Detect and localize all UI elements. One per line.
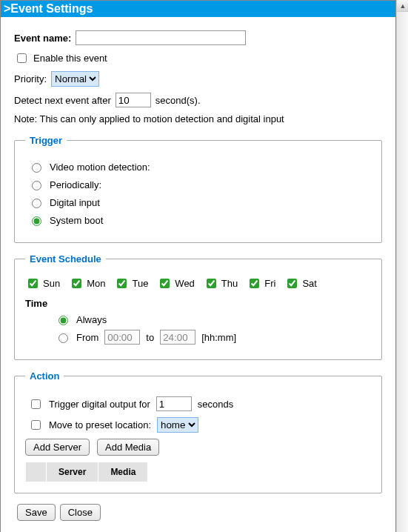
- trigger-digital-radio[interactable]: [32, 199, 41, 208]
- close-button[interactable]: Close: [60, 504, 101, 521]
- server-media-table: Server Media: [25, 462, 148, 482]
- move-preset-checkbox[interactable]: [31, 420, 41, 430]
- time-to-label: to: [146, 332, 154, 343]
- trigger-motion-radio[interactable]: [32, 163, 41, 173]
- table-media-header: Media: [98, 462, 148, 482]
- time-heading: Time: [25, 298, 371, 309]
- enable-event-checkbox[interactable]: [17, 53, 27, 63]
- day-thu-label: Thu: [221, 278, 238, 289]
- day-fri-label: Fri: [264, 278, 275, 289]
- trigger-motion-label: Video motion detection:: [50, 162, 150, 173]
- day-sun-checkbox[interactable]: [28, 279, 38, 288]
- schedule-fieldset: Event Schedule Sun Mon Tue Wed Thu Fri S…: [14, 253, 382, 360]
- trigger-legend: Trigger: [25, 135, 67, 146]
- day-sun-label: Sun: [43, 278, 60, 289]
- day-tue-checkbox[interactable]: [117, 279, 127, 288]
- trigger-periodic-radio[interactable]: [32, 181, 41, 190]
- preset-select[interactable]: home: [157, 417, 198, 433]
- day-wed-label: Wed: [175, 278, 195, 289]
- table-server-header: Server: [47, 462, 98, 482]
- add-server-button[interactable]: Add Server: [25, 439, 90, 456]
- day-thu-checkbox[interactable]: [207, 279, 216, 288]
- note-text: Note: This can only applied to motion de…: [14, 113, 284, 124]
- trigger-boot-radio[interactable]: [32, 216, 41, 226]
- title-bar: >Event Settings: [1, 1, 395, 17]
- detect-post-label: second(s).: [155, 95, 201, 106]
- priority-select[interactable]: Normal: [51, 71, 99, 87]
- vertical-scrollbar[interactable]: ▲: [396, 0, 408, 532]
- trigger-output-post: seconds: [198, 399, 233, 410]
- trigger-fieldset: Trigger Video motion detection: Periodic…: [14, 135, 382, 243]
- trigger-periodic-label: Periodically:: [50, 179, 101, 190]
- time-from-input[interactable]: [104, 330, 140, 345]
- schedule-legend: Event Schedule: [25, 253, 106, 265]
- time-to-input[interactable]: [160, 330, 195, 345]
- add-media-button[interactable]: Add Media: [97, 439, 159, 456]
- time-from-radio[interactable]: [58, 333, 68, 343]
- move-preset-label: Move to preset location:: [49, 419, 151, 430]
- trigger-output-seconds-input[interactable]: [156, 396, 192, 411]
- action-legend: Action: [25, 370, 64, 382]
- trigger-boot-label: System boot: [50, 215, 103, 226]
- action-fieldset: Action Trigger digital output for second…: [14, 370, 382, 493]
- event-name-label: Event name:: [14, 33, 71, 44]
- detect-seconds-input[interactable]: [116, 93, 151, 107]
- time-format-label: [hh:mm]: [201, 332, 236, 343]
- day-mon-checkbox[interactable]: [72, 279, 81, 288]
- day-tue-label: Tue: [132, 278, 148, 289]
- scroll-up-icon[interactable]: ▲: [397, 0, 408, 12]
- event-name-input[interactable]: [76, 30, 246, 45]
- table-blank-header: [26, 462, 47, 482]
- detect-pre-label: Detect next event after: [14, 95, 111, 106]
- table-row: Server Media: [26, 462, 148, 482]
- day-sat-checkbox[interactable]: [287, 279, 297, 288]
- trigger-output-pre: Trigger digital output for: [49, 399, 150, 410]
- time-always-radio[interactable]: [58, 316, 68, 325]
- day-wed-checkbox[interactable]: [160, 279, 170, 288]
- time-always-label: Always: [76, 314, 107, 325]
- trigger-digital-label: Digital input: [50, 197, 100, 208]
- day-mon-label: Mon: [87, 278, 105, 289]
- save-button[interactable]: Save: [17, 504, 56, 521]
- day-fri-checkbox[interactable]: [250, 279, 259, 288]
- priority-label: Priority:: [14, 73, 47, 84]
- trigger-output-checkbox[interactable]: [31, 399, 41, 409]
- day-sat-label: Sat: [302, 278, 317, 289]
- time-from-label: From: [76, 332, 98, 343]
- enable-event-label: Enable this event: [33, 53, 107, 64]
